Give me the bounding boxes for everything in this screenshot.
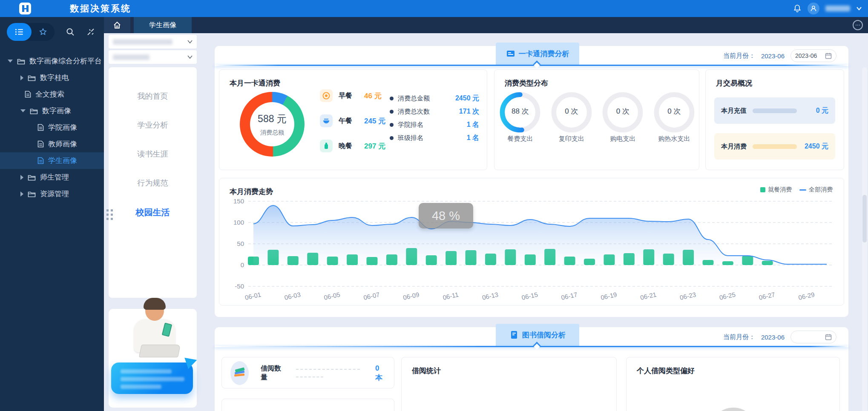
current-month-label-2: 当前月份： xyxy=(723,333,755,341)
tree-item-3[interactable]: 数字画像 xyxy=(0,103,104,119)
section1-header: 一卡通消费分析 当前月份： 2023-06 2023-06 xyxy=(215,46,848,66)
card-consumption-trend: 本月消费走势 就餐消费 全部消费 150100500-5006-0106-03 xyxy=(219,178,844,305)
nav-tree: 数字画像综合分析平台数字桂电全文搜索数字画像学院画像教师画像学生画像师生管理资源… xyxy=(0,53,104,202)
menu-list-button[interactable] xyxy=(7,23,32,41)
bullet-icon xyxy=(390,136,394,140)
card-borrow-stats: 借阅统计 10080 xyxy=(401,357,617,411)
filter-select-2[interactable] xyxy=(109,50,197,64)
card-type-distribution-title: 消费类型分布 xyxy=(505,78,699,88)
tree-item-label: 资源管理 xyxy=(40,189,69,199)
tab-options-icon xyxy=(853,20,863,30)
page-scrollbar[interactable] xyxy=(862,67,867,411)
legend-all[interactable]: 全部消费 xyxy=(799,186,833,194)
folder-icon xyxy=(17,58,25,65)
svg-text:06-09: 06-09 xyxy=(402,291,420,301)
transaction-rows: 本月充值0 元本月消费2450 元 xyxy=(706,97,844,160)
tree-item-7[interactable]: 师生管理 xyxy=(0,169,104,186)
main-area: 一卡通消费分析 当前月份： 2023-06 2023-06 xyxy=(198,33,854,411)
tx-row-1: 本月消费2450 元 xyxy=(714,133,835,160)
tree-caret-icon[interactable] xyxy=(20,75,23,80)
menu-item-3[interactable]: 行为规范 xyxy=(109,178,197,188)
stat-row-1: 消费总次数171 次 xyxy=(390,105,479,118)
borrow-preference-title: 个人借阅类型偏好 xyxy=(637,366,839,376)
select-1-redacted xyxy=(113,39,172,45)
username-redacted xyxy=(825,6,850,11)
svg-text:06-13: 06-13 xyxy=(481,291,499,301)
meal-label: 晚餐 xyxy=(339,142,361,151)
home-icon xyxy=(113,21,121,29)
tree-item-4[interactable]: 学院画像 xyxy=(0,119,104,136)
legend-meal[interactable]: 就餐消费 xyxy=(760,186,792,194)
tx-label: 本月充值 xyxy=(721,107,753,115)
tree-item-0[interactable]: 数字画像综合分析平台 xyxy=(0,53,104,69)
month-picker-input[interactable]: 2023-06 xyxy=(790,49,836,62)
meal-value: 46 元 xyxy=(364,91,382,101)
meal-legend-row-0: 早餐46 元 xyxy=(320,88,385,104)
donut-center: 588 元 消费总额 xyxy=(240,92,305,157)
svg-text:-50: -50 xyxy=(235,283,244,290)
tree-item-6[interactable]: 学生画像 xyxy=(0,152,104,169)
tree-caret-icon[interactable] xyxy=(8,60,13,63)
menu-item-2[interactable]: 读书生涯 xyxy=(109,149,197,159)
svg-text:100: 100 xyxy=(233,219,244,226)
legend-all-label: 全部消费 xyxy=(809,186,833,194)
menu-item-1[interactable]: 学业分析 xyxy=(109,120,197,130)
tree-caret-icon[interactable] xyxy=(20,109,26,112)
meal-label: 早餐 xyxy=(339,91,361,100)
tx-row-0: 本月充值0 元 xyxy=(714,97,835,124)
disconnect-icon[interactable] xyxy=(86,27,95,37)
app-title: 数据决策系统 xyxy=(70,3,131,14)
tab-home[interactable] xyxy=(104,17,130,33)
person-icon xyxy=(810,5,817,12)
tree-item-label: 数字画像 xyxy=(42,106,71,116)
section2-header: 图书借阅分析 当前月份： 2023-06 xyxy=(215,327,848,347)
month-picker-input-2[interactable] xyxy=(790,331,836,343)
breakfast-icon xyxy=(320,89,333,102)
scrollbar-thumb[interactable] xyxy=(862,195,867,243)
sidebar-toggle-group xyxy=(7,23,55,41)
tree-caret-icon[interactable] xyxy=(20,175,23,180)
svg-text:06-01: 06-01 xyxy=(244,291,262,301)
bell-icon[interactable] xyxy=(793,4,802,13)
tree-caret-icon[interactable] xyxy=(20,191,23,197)
card-monthly-consumption-title: 本月一卡通消费 xyxy=(230,78,487,88)
current-month-value: 2023-06 xyxy=(761,52,785,60)
card-borrow-count: 借阅数量 0 本 xyxy=(221,357,394,388)
meal-value: 245 元 xyxy=(364,116,385,126)
banner-illustration xyxy=(111,362,193,394)
chevron-down-icon xyxy=(187,55,193,59)
stat-row-2: 学院排名1 名 xyxy=(390,118,479,131)
tree-item-8[interactable]: 资源管理 xyxy=(0,186,104,202)
calendar-icon xyxy=(825,52,832,59)
empty-pie-placeholder xyxy=(710,408,757,411)
tx-value: 2450 元 xyxy=(805,142,828,151)
tree-item-5[interactable]: 教师画像 xyxy=(0,136,104,152)
menu-item-4[interactable]: 校园生活 xyxy=(109,207,197,218)
tree-item-1[interactable]: 数字桂电 xyxy=(0,69,104,86)
panel-card-consumption: 一卡通消费分析 当前月份： 2023-06 2023-06 xyxy=(215,46,848,317)
search-icon[interactable] xyxy=(66,27,75,37)
tree-item-label: 学生画像 xyxy=(48,156,77,166)
tab-student-profile[interactable]: 学生画像 xyxy=(134,17,192,33)
current-month-value-2: 2023-06 xyxy=(761,334,785,341)
avatar[interactable] xyxy=(808,3,819,14)
menu-item-0[interactable]: 我的首页 xyxy=(109,91,197,101)
stat-label: 消费总金额 xyxy=(398,94,430,103)
card-borrow-secondary xyxy=(221,399,394,411)
profile-menu: 我的首页学业分析读书生涯行为规范校园生活 xyxy=(109,67,197,298)
lunch-icon xyxy=(320,114,333,127)
borrow-count-label: 借阅数量 xyxy=(261,364,282,382)
tabbar-actions[interactable] xyxy=(853,20,863,30)
section2-month-row: 当前月份： 2023-06 xyxy=(723,331,836,343)
svg-text:06-03: 06-03 xyxy=(284,291,301,301)
favorites-button[interactable] xyxy=(32,28,55,36)
meal-legend: 早餐46 元午餐245 元晚餐297 元 xyxy=(320,88,385,163)
svg-text:50: 50 xyxy=(237,240,244,247)
filter-select-1[interactable] xyxy=(109,35,197,49)
chevron-down-icon[interactable] xyxy=(856,6,862,11)
tx-label: 本月消费 xyxy=(721,143,753,151)
tabbar: 学生画像 xyxy=(104,17,868,33)
tree-item-2[interactable]: 全文搜索 xyxy=(0,86,104,103)
sidebar-resize-handle[interactable] xyxy=(106,209,113,220)
chevron-down-icon xyxy=(187,40,193,43)
